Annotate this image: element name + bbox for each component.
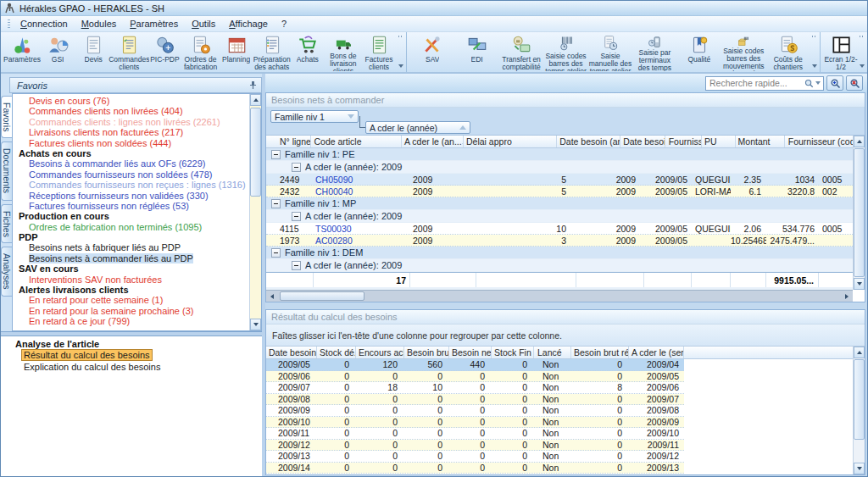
sidebar-scrollbar[interactable] xyxy=(249,94,261,330)
scroll-left-button[interactable] xyxy=(266,291,278,302)
toolbar-button-planning[interactable]: Planning xyxy=(219,33,254,71)
toolbar-button-saisie-cb-temps[interactable]: Saisie codes barres des temps atelier xyxy=(543,33,587,71)
toolbar-button-achats[interactable]: Achats xyxy=(290,33,326,71)
search-add-button[interactable] xyxy=(826,75,843,91)
sidebar-item-besoins-fabriquer-pdp[interactable]: Besoins nets à fabriquer liés au PDP xyxy=(13,242,249,252)
column-header-fournisseur-code[interactable]: Fournisseur (cod xyxy=(785,136,853,147)
column-header-besoin-brut-reel[interactable]: Besoin brut réel xyxy=(571,347,629,358)
tab-documents[interactable]: Documents xyxy=(1,141,12,200)
sidebar-item-retard-cette-semaine[interactable]: En retard pour cette semaine (1) xyxy=(13,295,249,305)
menu-affichage[interactable]: Affichage xyxy=(223,17,274,31)
table-row[interactable]: 2432CH000402009520092009/05LORI-MA...6.1… xyxy=(266,186,853,197)
table-row[interactable]: 2009/0800000Non02009/07 xyxy=(266,394,684,406)
sidebar-item-devis-en-cours[interactable]: Devis en cours (76) xyxy=(13,96,249,106)
subgroup-row-mp-2009[interactable]: A cder le (année): 2009 xyxy=(266,210,853,223)
menu-outils[interactable]: Outils xyxy=(186,17,221,31)
table-row[interactable]: 4115TS0003020091020092009/05QUEGUIN...2.… xyxy=(266,223,853,235)
sidebar-item-retard-a-ce-jour[interactable]: En retard à ce jour (799) xyxy=(13,316,249,326)
table-row[interactable]: 1973AC002802009320092009/0510.254682475.… xyxy=(266,235,853,247)
scrollbar-thumb[interactable] xyxy=(854,359,865,440)
search-input[interactable] xyxy=(709,78,803,88)
table-row[interactable]: 2449CH050902009520092009/05QUEGUIN...2.3… xyxy=(266,174,853,186)
group-by-acderle-button[interactable]: A cder le (année) xyxy=(365,121,470,134)
menu-parametres[interactable]: Paramètres xyxy=(124,17,184,31)
scrollbar-thumb[interactable] xyxy=(854,148,865,277)
search-clear-button[interactable] xyxy=(846,75,863,91)
toolbar-button-devis[interactable]: Devis xyxy=(75,33,111,71)
sidebar-item-besoins-commander-pdp[interactable]: Besoins nets à commander liés au PDP xyxy=(13,253,249,263)
tab-favoris[interactable]: Favoris xyxy=(1,96,12,138)
toolbar-button-ordres-fabrication[interactable]: Ordres de fabrication xyxy=(182,33,218,71)
sidebar-item-retard-semaine-prochaine[interactable]: En retard pour la semaine prochaine (3) xyxy=(13,306,249,316)
sidebar-item-receptions-non-validees[interactable]: Réceptions fournisseurs non validées (33… xyxy=(13,191,249,201)
toolbar-button-preparation-achats[interactable]: Préparation des achats xyxy=(254,33,290,71)
bottom-table-vscrollbar[interactable] xyxy=(853,347,865,474)
top-table-hscrollbar[interactable] xyxy=(266,290,853,302)
group-by-hint-bar[interactable]: Faîtes glisser ici l'en-tête d'une colon… xyxy=(266,324,865,347)
group-row-famille-mp[interactable]: Famille niv 1: MP xyxy=(266,197,853,210)
subgroup-row-dem-2009[interactable]: A cder le (année): 2009 xyxy=(266,259,853,272)
table-row[interactable]: 2009/0900000Non02009/08 xyxy=(266,405,684,417)
toolbar-button-parametres[interactable]: Paramètres xyxy=(4,33,40,71)
toolbar-button-qualite[interactable]: Qualité xyxy=(677,33,721,71)
collapse-icon[interactable] xyxy=(292,212,301,221)
toolbar-button-couts-chantiers[interactable]: Coûts de chantiers xyxy=(766,33,810,71)
sidebar-item-lignes-non-livrees[interactable]: Commandes clients : lignes non livrées (… xyxy=(13,117,249,127)
analysis-item-explication[interactable]: Explication du calcul des besoins xyxy=(1,362,262,374)
menu-connection[interactable]: Connection xyxy=(14,17,74,31)
sidebar-item-of-non-termines[interactable]: Ordres de fabrication non terminés (1095… xyxy=(13,222,249,232)
scroll-down-button[interactable] xyxy=(854,463,865,474)
collapse-icon[interactable] xyxy=(292,261,301,270)
collapse-icon[interactable] xyxy=(271,248,281,258)
column-header-date-besoin-sem[interactable]: Date besoin (s... xyxy=(266,347,317,358)
column-header-a-cder-le-an[interactable]: A cder le (an... xyxy=(402,136,464,147)
group-by-famille-button[interactable]: Famille niv 1 xyxy=(270,110,359,123)
scroll-right-button[interactable] xyxy=(841,291,853,302)
column-header-besoin-brut[interactable]: Besoin brut xyxy=(404,347,449,358)
search-icon[interactable] xyxy=(804,79,814,88)
table-row[interactable]: 2009/0600000Non02009/05 xyxy=(266,371,684,383)
table-row[interactable]: 2009/1000000Non02009/09 xyxy=(266,417,684,429)
toolbar-button-sav[interactable]: SAV xyxy=(410,33,454,71)
column-header-stock-fin[interactable]: Stock Fin xyxy=(492,347,534,358)
scroll-up-button[interactable] xyxy=(250,94,261,106)
sidebar-item-factures-fournisseurs-non-reglees[interactable]: Factures fournisseurs non réglées (53) xyxy=(13,201,249,211)
sidebar-item-commandes-non-livrees[interactable]: Commandes clients non livrées (404) xyxy=(13,106,249,116)
scroll-down-button[interactable] xyxy=(854,278,865,290)
sidebar-item-cmd-fournisseurs-non-soldees[interactable]: Commandes fournisseurs non soldées (478) xyxy=(13,169,249,180)
tab-fiches[interactable]: Fiches xyxy=(1,204,12,244)
toolbar-button-pic-pdp[interactable]: PIC-PDP xyxy=(147,33,182,71)
toolbar-button-saisie-cb-stock[interactable]: Saisie codes barres des mouvements de st… xyxy=(721,33,765,71)
column-header-delai-appro[interactable]: Délai appro xyxy=(464,136,557,147)
scroll-up-button[interactable] xyxy=(854,136,865,147)
toolbar-button-commandes-clients[interactable]: Commandes clients xyxy=(111,33,147,71)
column-header-date-besoin-an[interactable]: Date besoin (an... xyxy=(557,136,620,147)
sidebar-item-interventions-sav[interactable]: Interventions SAV non facturées xyxy=(13,275,249,285)
table-row[interactable]: 2009/0501205604400Non02009/04 xyxy=(266,359,684,371)
column-header-date-besoin[interactable]: Date besoi... xyxy=(620,136,665,147)
table-row[interactable]: 2009/1300000Non02009/12 xyxy=(266,451,684,463)
column-header-montant[interactable]: Montant xyxy=(736,136,785,147)
table-row[interactable]: 2009/1200000Non02009/11 xyxy=(266,440,684,452)
toolbar-overflow-button[interactable] xyxy=(397,33,405,71)
table-row[interactable]: 2009/070181000Non82009/06 xyxy=(266,382,684,394)
subgroup-row-pe-2009[interactable]: A cder le (année): 2009 xyxy=(266,161,853,174)
scrollbar-thumb[interactable] xyxy=(280,291,364,301)
scrollbar-thumb[interactable] xyxy=(250,108,261,197)
toolbar-button-transfert-comptabilite[interactable]: Transfert en comptabilité xyxy=(499,33,543,71)
tab-analyses[interactable]: Analyses xyxy=(1,247,12,297)
column-header-fournisseur[interactable]: Fournisse... xyxy=(665,136,702,147)
analysis-item-resultat[interactable]: Résultat du calcul des besoins xyxy=(1,350,262,362)
sidebar-item-factures-non-soldees[interactable]: Factures clients non soldées (444) xyxy=(13,138,249,148)
table-row[interactable]: 2009/1400000Non02009/13 xyxy=(266,463,684,474)
toolbar-overflow-button[interactable] xyxy=(858,33,866,71)
toolbar-button-edi[interactable]: EDI xyxy=(454,33,498,71)
column-header-a-cder-le-sem[interactable]: A cder le (sem... xyxy=(629,347,684,358)
menu-help[interactable]: ? xyxy=(275,17,292,31)
column-header-pu[interactable]: PU xyxy=(702,136,736,147)
toolbar-button-factures-clients[interactable]: Factures clients xyxy=(361,33,397,71)
sidebar-item-cmd-fournisseurs-non-recues[interactable]: Commandes fournisseurs non reçues : lign… xyxy=(13,180,249,190)
table-row[interactable]: 2009/1100000Non02009/10 xyxy=(266,428,684,440)
column-header-stock-debut[interactable]: Stock dé... xyxy=(317,347,356,358)
sidebar-item-besoins-commander-ofs[interactable]: Besoins à commander liés aux OFs (6229) xyxy=(13,158,249,169)
